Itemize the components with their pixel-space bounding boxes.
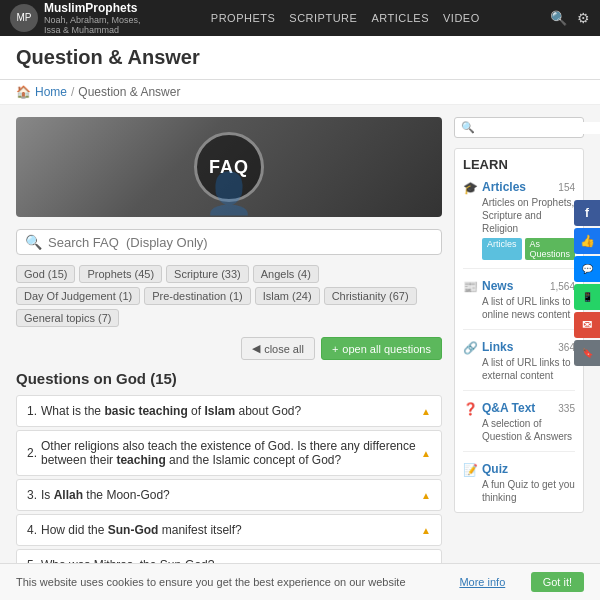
articles-link[interactable]: Articles <box>482 180 526 194</box>
logo[interactable]: MP MuslimProphets Noah, Abraham, Moses,I… <box>10 1 141 35</box>
search-input[interactable] <box>48 235 433 250</box>
q-arrow-4: ▲ <box>421 525 431 536</box>
nav-links: PROPHETS SCRIPTURE ARTICLES VIDEO <box>211 12 480 24</box>
main-layout: FAQ 👤 🔍 God (15) Prophets (45) Scripture… <box>0 105 600 596</box>
links-link[interactable]: Links <box>482 340 513 354</box>
top-search-icon: 🔍 <box>461 121 475 134</box>
learn-box: LEARN 🎓 Articles 154 Articles on Prophet… <box>454 148 584 513</box>
quiz-content: Quiz A fun Quiz to get you thinking <box>482 462 575 504</box>
open-all-button[interactable]: + open all questions <box>321 337 442 360</box>
tags-container: God (15) Prophets (45) Scripture (33) An… <box>16 265 442 327</box>
question-item-2[interactable]: 2. Other religions also teach the existe… <box>16 430 442 476</box>
bookmark-share[interactable]: 🔖 <box>574 340 600 366</box>
hero-person: 👤 <box>204 170 254 217</box>
logo-title: MuslimProphets <box>44 1 141 15</box>
open-all-icon: + <box>332 343 338 355</box>
q-arrow-2: ▲ <box>421 448 431 459</box>
learn-articles: 🎓 Articles 154 Articles on Prophets, Scr… <box>463 180 575 269</box>
logo-image: MP <box>10 4 38 32</box>
quiz-desc: A fun Quiz to get you thinking <box>482 478 575 504</box>
news-header: News 1,564 <box>482 279 575 293</box>
q-num-4: 4. <box>27 523 37 537</box>
search-icon[interactable]: 🔍 <box>550 10 567 26</box>
articles-icon: 🎓 <box>463 181 478 195</box>
messenger-share[interactable]: 💬 <box>574 256 600 282</box>
page-title: Question & Answer <box>16 46 584 69</box>
learn-quiz: 📝 Quiz A fun Quiz to get you thinking <box>463 462 575 504</box>
settings-icon[interactable]: ⚙ <box>577 10 590 26</box>
logo-subtitle: Noah, Abraham, Moses,Issa & Muhammad <box>44 15 141 35</box>
qa-icon: ❓ <box>463 402 478 416</box>
search-bar-icon: 🔍 <box>25 234 42 250</box>
question-item-4[interactable]: 4. How did the Sun-God manifest itself? … <box>16 514 442 546</box>
q-arrow-3: ▲ <box>421 490 431 501</box>
learn-news: 📰 News 1,564 A list of URL links to onli… <box>463 279 575 330</box>
cookie-link[interactable]: More info <box>459 576 505 588</box>
buttons-row: ◀ close all + open all questions <box>16 337 442 360</box>
whatsapp-share[interactable]: 📱 <box>574 284 600 310</box>
news-desc: A list of URL links to online news conte… <box>482 295 575 321</box>
hero-image: FAQ 👤 <box>16 117 442 217</box>
links-header: Links 364 <box>482 340 575 354</box>
question-item-1[interactable]: 1. What is the basic teaching of Islam a… <box>16 395 442 427</box>
q-text-2: Other religions also teach the existence… <box>37 439 421 467</box>
tag-general[interactable]: General topics (7) <box>16 309 119 327</box>
tag-scripture[interactable]: Scripture (33) <box>166 265 249 283</box>
tag-islam[interactable]: Islam (24) <box>255 287 320 305</box>
nav-scripture[interactable]: SCRIPTURE <box>289 12 357 24</box>
question-item-3[interactable]: 3. Is Allah the Moon-God? ▲ <box>16 479 442 511</box>
search-bar: 🔍 <box>16 229 442 255</box>
learn-links: 🔗 Links 364 A list of URL links to exter… <box>463 340 575 391</box>
articles-count: 154 <box>558 182 575 193</box>
nav-prophets[interactable]: PROPHETS <box>211 12 276 24</box>
learn-qa: ❓ Q&A Text 335 A selection of Question &… <box>463 401 575 452</box>
quiz-icon: 📝 <box>463 463 478 477</box>
navbar: MP MuslimProphets Noah, Abraham, Moses,I… <box>0 0 600 36</box>
section-title: Questions on God (15) <box>16 370 442 387</box>
q-num-2: 2. <box>27 446 37 460</box>
articles-desc: Articles on Prophets, Scripture and Reli… <box>482 196 575 235</box>
news-count: 1,564 <box>550 281 575 292</box>
breadcrumb-separator: / <box>71 85 74 99</box>
nav-video[interactable]: VIDEO <box>443 12 480 24</box>
tag-christianity[interactable]: Christianity (67) <box>324 287 417 305</box>
qa-content: Q&A Text 335 A selection of Question & A… <box>482 401 575 443</box>
tag-predestination[interactable]: Pre-destination (1) <box>144 287 251 305</box>
q-num-3: 3. <box>27 488 37 502</box>
tag-angels[interactable]: Angels (4) <box>253 265 319 283</box>
breadcrumb-home[interactable]: Home <box>35 85 67 99</box>
links-icon: 🔗 <box>463 341 478 355</box>
breadcrumb-current: Question & Answer <box>78 85 180 99</box>
qa-desc: A selection of Question & Answers <box>482 417 575 443</box>
breadcrumb: 🏠 Home / Question & Answer <box>0 80 600 105</box>
email-share[interactable]: ✉ <box>574 312 600 338</box>
q-text-3: Is Allah the Moon-God? <box>37 488 421 502</box>
twitter-share[interactable]: 👍 <box>574 228 600 254</box>
articles-tags: Articles As Questions <box>482 238 575 260</box>
top-search-bar: 🔍 <box>454 117 584 138</box>
q-text-1: What is the basic teaching of Islam abou… <box>37 404 421 418</box>
tag-judgement[interactable]: Day Of Judgement (1) <box>16 287 140 305</box>
articles-header: Articles 154 <box>482 180 575 194</box>
top-search-input[interactable] <box>475 122 600 134</box>
quiz-link[interactable]: Quiz <box>482 462 508 476</box>
nav-icons: 🔍 ⚙ <box>550 10 590 26</box>
news-link[interactable]: News <box>482 279 513 293</box>
qa-link[interactable]: Q&A Text <box>482 401 535 415</box>
tag-god[interactable]: God (15) <box>16 265 75 283</box>
facebook-share[interactable]: f <box>574 200 600 226</box>
right-sidebar: 🔍 LEARN 🎓 Articles 154 Articles on Proph… <box>454 117 584 584</box>
q-arrow-1: ▲ <box>421 406 431 417</box>
close-all-button[interactable]: ◀ close all <box>241 337 315 360</box>
nav-articles[interactable]: ARTICLES <box>371 12 429 24</box>
articles-tag-2[interactable]: As Questions <box>525 238 576 260</box>
logo-text-block: MuslimProphets Noah, Abraham, Moses,Issa… <box>44 1 141 35</box>
articles-tag-1[interactable]: Articles <box>482 238 522 260</box>
home-icon: 🏠 <box>16 85 31 99</box>
articles-content: Articles 154 Articles on Prophets, Scrip… <box>482 180 575 260</box>
tag-prophets[interactable]: Prophets (45) <box>79 265 162 283</box>
qa-header: Q&A Text 335 <box>482 401 575 415</box>
cookie-button[interactable]: Got it! <box>531 572 584 592</box>
close-all-icon: ◀ <box>252 342 260 355</box>
links-content: Links 364 A list of URL links to externa… <box>482 340 575 382</box>
